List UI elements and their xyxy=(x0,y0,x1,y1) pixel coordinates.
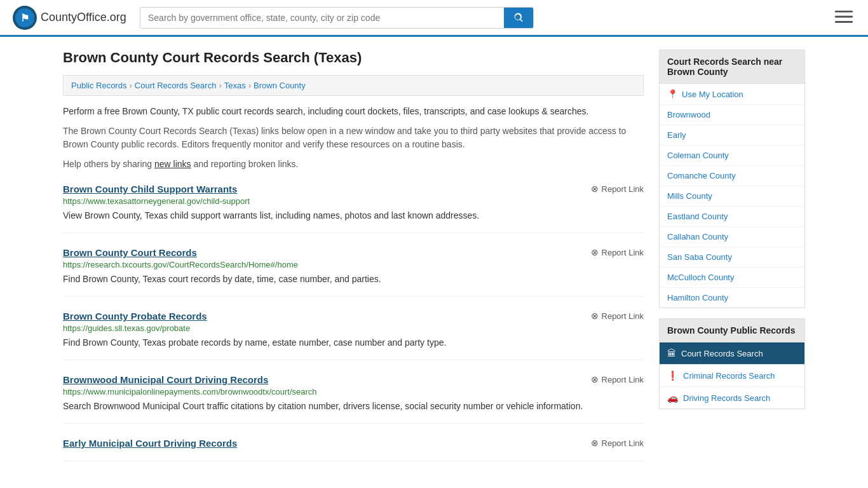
logo-suffix: .org xyxy=(107,11,126,24)
record-entry: Brown County Child Support Warrants ⊗ Re… xyxy=(63,184,644,233)
report-icon: ⊗ xyxy=(591,247,599,257)
record-title-row: Brownwood Municipal Court Driving Record… xyxy=(63,374,644,385)
sidebar-link-item[interactable]: Early xyxy=(660,125,804,146)
criminal-records-link[interactable]: Criminal Records Search xyxy=(683,371,775,381)
new-links-link[interactable]: new links xyxy=(154,159,191,169)
record-title-row: Brown County Child Support Warrants ⊗ Re… xyxy=(63,184,644,194)
svg-rect-3 xyxy=(835,11,853,13)
record-desc: Find Brown County, Texas probate records… xyxy=(63,336,644,349)
sidebar-use-location[interactable]: 📍 Use My Location xyxy=(660,84,804,105)
search-icon xyxy=(513,12,524,24)
report-icon: ⊗ xyxy=(591,438,599,448)
report-link[interactable]: ⊗ Report Link xyxy=(591,311,644,321)
report-label: Report Link xyxy=(602,438,644,448)
svg-rect-5 xyxy=(835,21,853,23)
sidebar: Court Records Search near Brown County 📍… xyxy=(659,50,805,475)
desc3-before: Help others by sharing xyxy=(63,159,154,169)
record-url[interactable]: https://www.municipalonlinepayments.com/… xyxy=(63,387,644,396)
header: ⚑ CountyOffice.org xyxy=(0,0,868,37)
report-icon: ⊗ xyxy=(591,184,599,194)
sidebar-public-records-header: Brown County Public Records xyxy=(659,318,805,342)
record-title-row: Brown County Probate Records ⊗ Report Li… xyxy=(63,311,644,322)
comanche-county-link[interactable]: Comanche County xyxy=(667,171,736,180)
record-title[interactable]: Brown County Child Support Warrants xyxy=(63,184,237,194)
sidebar-link-item[interactable]: Callahan County xyxy=(660,227,804,247)
record-title[interactable]: Brown County Probate Records xyxy=(63,311,207,322)
sidebar-public-records-links: 🏛 Court Records Search ❗ Criminal Record… xyxy=(659,342,805,409)
search-button[interactable] xyxy=(504,8,533,28)
sidebar-link-item[interactable]: San Saba County xyxy=(660,247,804,268)
svg-text:⚑: ⚑ xyxy=(20,13,29,24)
sidebar-link-item[interactable]: Eastland County xyxy=(660,207,804,227)
use-my-location-link[interactable]: Use My Location xyxy=(682,90,743,99)
record-title[interactable]: Brown County Court Records xyxy=(63,247,197,258)
records-list: Brown County Child Support Warrants ⊗ Re… xyxy=(63,184,644,461)
record-url[interactable]: https://research.txcourts.gov/CourtRecor… xyxy=(63,260,644,269)
eastland-county-link[interactable]: Eastland County xyxy=(667,212,728,221)
court-records-icon: 🏛 xyxy=(667,348,676,358)
sidebar-driving-records-search[interactable]: 🚗 Driving Records Search xyxy=(660,387,804,409)
logo-icon: ⚑ xyxy=(13,6,37,30)
report-link[interactable]: ⊗ Report Link xyxy=(591,438,644,448)
brownwood-link[interactable]: Brownwood xyxy=(667,110,710,119)
record-desc: View Brown County, Texas child support w… xyxy=(63,209,644,222)
bc-sep-1: › xyxy=(129,81,132,90)
coleman-county-link[interactable]: Coleman County xyxy=(667,151,729,160)
sidebar-link-item[interactable]: Comanche County xyxy=(660,166,804,186)
sidebar-court-records-search[interactable]: 🏛 Court Records Search xyxy=(660,342,804,365)
description-3: Help others by sharing new links and rep… xyxy=(63,158,644,171)
driving-records-icon: 🚗 xyxy=(667,393,678,403)
record-entry: Brown County Court Records ⊗ Report Link… xyxy=(63,247,644,297)
breadcrumb-public-records[interactable]: Public Records xyxy=(71,81,126,90)
record-entry: Early Municipal Court Driving Records ⊗ … xyxy=(63,438,644,461)
sidebar-nearby-links: 📍 Use My Location Brownwood Early Colema… xyxy=(659,84,805,308)
search-bar xyxy=(140,7,534,29)
sidebar-link-item[interactable]: Coleman County xyxy=(660,146,804,166)
record-url[interactable]: https://www.texasattorneygeneral.gov/chi… xyxy=(63,196,644,206)
breadcrumb-brown-county[interactable]: Brown County xyxy=(254,81,306,90)
page-title: Brown County Court Records Search (Texas… xyxy=(63,50,644,66)
description-2: The Brown County Court Records Search (T… xyxy=(63,125,644,151)
sidebar-link-item[interactable]: Mills County xyxy=(660,186,804,207)
report-icon: ⊗ xyxy=(591,374,599,384)
menu-button[interactable] xyxy=(832,5,855,30)
report-link[interactable]: ⊗ Report Link xyxy=(591,247,644,257)
record-title[interactable]: Early Municipal Court Driving Records xyxy=(63,438,237,449)
san-saba-county-link[interactable]: San Saba County xyxy=(667,252,732,262)
court-records-link[interactable]: Court Records Search xyxy=(681,349,763,358)
sidebar-nearby-header: Court Records Search near Brown County xyxy=(659,50,805,84)
sidebar-link-item[interactable]: McCulloch County xyxy=(660,268,804,288)
main-container: Brown County Court Records Search (Texas… xyxy=(53,37,815,488)
svg-rect-4 xyxy=(835,16,853,18)
report-link[interactable]: ⊗ Report Link xyxy=(591,184,644,194)
report-icon: ⊗ xyxy=(591,311,599,321)
mcculloch-county-link[interactable]: McCulloch County xyxy=(667,273,735,282)
report-label: Report Link xyxy=(602,248,644,257)
location-icon: 📍 xyxy=(667,89,678,99)
logo-area: ⚑ CountyOffice.org xyxy=(13,6,127,30)
record-title-row: Early Municipal Court Driving Records ⊗ … xyxy=(63,438,644,449)
report-label: Report Link xyxy=(602,375,644,384)
report-label: Report Link xyxy=(602,184,644,194)
record-title[interactable]: Brownwood Municipal Court Driving Record… xyxy=(63,374,268,385)
report-link[interactable]: ⊗ Report Link xyxy=(591,374,644,384)
search-input[interactable] xyxy=(140,8,504,28)
hamilton-county-link[interactable]: Hamilton County xyxy=(667,293,728,302)
sidebar-link-item[interactable]: Brownwood xyxy=(660,105,804,125)
bc-sep-2: › xyxy=(219,81,221,90)
content: Brown County Court Records Search (Texas… xyxy=(63,50,644,475)
sidebar-criminal-records-search[interactable]: ❗ Criminal Records Search xyxy=(660,365,804,387)
mills-county-link[interactable]: Mills County xyxy=(667,191,712,201)
driving-records-link[interactable]: Driving Records Search xyxy=(683,393,770,403)
report-label: Report Link xyxy=(602,311,644,321)
early-link[interactable]: Early xyxy=(667,130,686,140)
logo-main: CountyOffice xyxy=(41,11,107,24)
callahan-county-link[interactable]: Callahan County xyxy=(667,232,728,241)
record-entry: Brown County Probate Records ⊗ Report Li… xyxy=(63,311,644,360)
bc-sep-3: › xyxy=(248,81,251,90)
breadcrumb-court-records[interactable]: Court Records Search xyxy=(135,81,217,90)
sidebar-link-item[interactable]: Hamilton County xyxy=(660,288,804,308)
record-url[interactable]: https://guides.sll.texas.gov/probate xyxy=(63,323,644,333)
record-title-row: Brown County Court Records ⊗ Report Link xyxy=(63,247,644,258)
breadcrumb-texas[interactable]: Texas xyxy=(224,81,246,90)
